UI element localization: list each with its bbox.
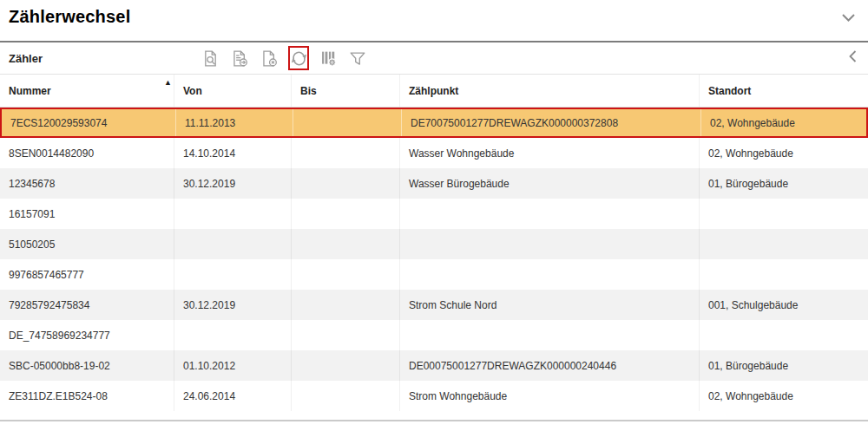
column-header-nummer[interactable]: Nummer ▲ <box>0 75 174 107</box>
table-toolbar: Zähler <box>0 42 868 75</box>
cell-von: 11.11.2013 <box>175 109 293 136</box>
column-label: Nummer <box>9 85 51 97</box>
column-header-von[interactable]: Von <box>174 75 291 107</box>
panel-title: Zähler <box>9 52 43 65</box>
cell-standort: 02, Wohngebäude <box>700 109 866 136</box>
cell-von: 30.12.2019 <box>174 290 291 320</box>
cell-nummer: 16157091 <box>0 199 174 229</box>
column-label: Standort <box>708 85 751 97</box>
column-header-standort[interactable]: Standort <box>699 75 868 107</box>
cell-von <box>174 320 291 350</box>
cell-standort: 02, Wohngebäude <box>699 381 868 411</box>
cell-bis <box>291 350 399 381</box>
cell-von: 30.12.2019 <box>174 168 291 199</box>
filter-icon <box>348 49 367 69</box>
cell-nummer: 79285792475834 <box>0 290 174 320</box>
cell-von <box>174 259 291 290</box>
table-row[interactable]: 51050205 <box>0 229 868 259</box>
cell-zaehlpunkt <box>399 259 699 290</box>
table-header-row: Nummer ▲ Von Bis Zählpunkt Standort <box>0 75 868 108</box>
cell-nummer: ZE311DZ.E1B524-08 <box>0 381 174 411</box>
cell-standort <box>699 320 868 350</box>
cell-von: 24.06.2014 <box>174 381 291 411</box>
column-header-zaehlpunkt[interactable]: Zählpunkt <box>399 75 699 107</box>
cell-zaehlpunkt: DE00075001277DREWAGZK000000240446 <box>399 350 699 381</box>
cell-standort <box>699 199 868 229</box>
cell-zaehlpunkt: Wasser Wohngebäude <box>399 138 699 168</box>
table-row[interactable]: 79285792475834 30.12.2019 Strom Schule N… <box>0 290 868 320</box>
cell-bis <box>291 290 399 320</box>
cell-bis <box>291 229 399 259</box>
cell-nummer: 12345678 <box>0 168 174 199</box>
cell-von <box>174 229 291 259</box>
cell-nummer: DE_74758969234777 <box>0 320 174 350</box>
cell-bis <box>291 138 399 168</box>
cell-bis <box>291 259 399 290</box>
filter-button[interactable] <box>347 46 368 70</box>
document-delete-icon <box>260 49 279 69</box>
document-search-button[interactable] <box>200 46 220 70</box>
page-header: Zählerwechsel <box>0 0 868 41</box>
cell-bis <box>293 109 401 136</box>
table-row[interactable]: 16157091 <box>0 199 868 229</box>
table-body: 7ECS120029593074 11.11.2013 DE7007500127… <box>0 108 868 411</box>
cell-nummer: 51050205 <box>0 229 174 259</box>
cell-nummer: 7ECS120029593074 <box>2 109 175 136</box>
column-header-bis[interactable]: Bis <box>291 75 399 107</box>
table-row[interactable]: DE_74758969234777 <box>0 320 868 350</box>
cell-standort: 01, Bürogebäude <box>699 350 868 381</box>
cell-standort: 001, Schulgebäude <box>699 290 868 320</box>
table-row[interactable]: 12345678 30.12.2019 Wasser Bürogebäude 0… <box>0 168 868 199</box>
table-row[interactable]: ZE311DZ.E1B524-08 24.06.2014 Strom Wohng… <box>0 381 868 411</box>
sort-ascending-icon: ▲ <box>164 78 172 87</box>
cell-nummer: 9976857465777 <box>0 259 174 290</box>
cell-standort <box>699 259 868 290</box>
cell-von: 14.10.2014 <box>174 138 291 168</box>
cell-standort: 01, Bürogebäude <box>699 168 868 199</box>
barcode-settings-icon <box>319 49 338 69</box>
table-bottom-border <box>0 411 868 421</box>
cell-zaehlpunkt <box>399 229 699 259</box>
cell-bis <box>291 199 399 229</box>
cell-standort: 02, Wohngebäude <box>699 138 868 168</box>
cell-zaehlpunkt: Wasser Bürogebäude <box>399 168 699 199</box>
cell-zaehlpunkt: Strom Schule Nord <box>399 290 699 320</box>
document-forward-icon <box>231 49 249 69</box>
cell-zaehlpunkt <box>399 199 699 229</box>
cell-zaehlpunkt: Strom Wohngebäude <box>399 381 699 411</box>
cell-standort <box>699 229 868 259</box>
column-label: Bis <box>300 85 317 97</box>
cell-zaehlpunkt: DE70075001277DREWAGZK000000372808 <box>401 109 700 136</box>
column-label: Von <box>183 85 202 97</box>
toolbar-icon-group <box>0 46 368 70</box>
refresh-icon <box>290 49 308 69</box>
chevron-left-icon[interactable] <box>848 49 858 67</box>
cell-bis <box>291 381 399 411</box>
table-row[interactable]: SBC-05000bb8-19-02 01.10.2012 DE00075001… <box>0 350 868 381</box>
cell-nummer: SBC-05000bb8-19-02 <box>0 350 174 381</box>
refresh-button[interactable] <box>288 46 309 70</box>
table-row[interactable]: 8SEN0014482090 14.10.2014 Wasser Wohngeb… <box>0 138 868 168</box>
cell-von <box>174 199 291 229</box>
barcode-settings-button[interactable] <box>318 46 339 70</box>
column-label: Zählpunkt <box>409 85 458 97</box>
document-search-icon <box>201 49 220 69</box>
table-row[interactable]: 9976857465777 <box>0 259 868 290</box>
document-delete-button[interactable] <box>259 46 279 70</box>
zaehlerwechsel-page: Zählerwechsel Zähler <box>0 0 868 431</box>
cell-bis <box>291 168 399 199</box>
cell-nummer: 8SEN0014482090 <box>0 138 174 168</box>
cell-zaehlpunkt <box>399 320 699 350</box>
cell-von: 01.10.2012 <box>174 350 291 381</box>
cell-bis <box>291 320 399 350</box>
page-title: Zählerwechsel <box>9 7 130 27</box>
chevron-down-icon[interactable] <box>841 10 856 26</box>
table-row[interactable]: 7ECS120029593074 11.11.2013 DE7007500127… <box>0 108 868 138</box>
document-forward-button[interactable] <box>229 46 250 70</box>
